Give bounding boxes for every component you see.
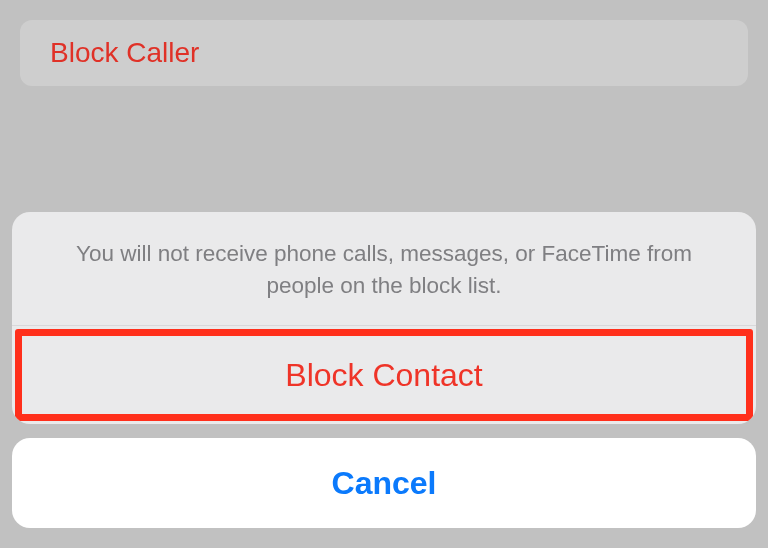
block-contact-label: Block Contact [285, 357, 482, 394]
action-sheet-main: You will not receive phone calls, messag… [12, 212, 756, 424]
block-caller-row[interactable]: Block Caller [20, 20, 748, 86]
action-sheet-message: You will not receive phone calls, messag… [12, 212, 756, 326]
action-sheet: You will not receive phone calls, messag… [12, 212, 756, 528]
cancel-label: Cancel [332, 465, 437, 502]
block-caller-label: Block Caller [50, 37, 199, 69]
block-contact-button[interactable]: Block Contact [12, 326, 756, 424]
cancel-button[interactable]: Cancel [12, 438, 756, 528]
